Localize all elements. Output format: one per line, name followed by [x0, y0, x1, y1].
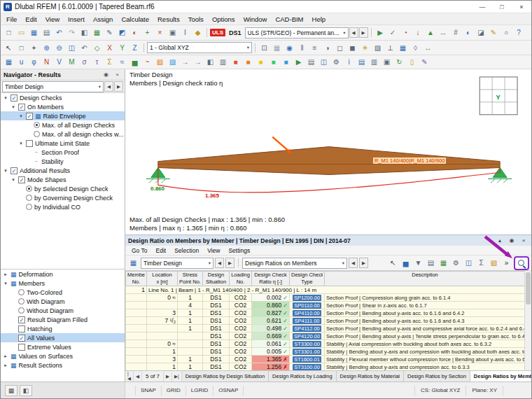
next-view-button[interactable]: ▶	[359, 258, 368, 268]
design-check-type-link[interactable]: SP4111.00	[293, 318, 321, 324]
export-image-icon[interactable]: ▥	[368, 57, 380, 68]
design-check-type-link[interactable]: SP0110.00	[293, 302, 321, 309]
tree-item-result-sections[interactable]: ▸▦Result Sections	[1, 360, 125, 370]
model-canvas[interactable]: Y	[125, 69, 531, 234]
redo-icon[interactable]: ↷	[66, 27, 78, 38]
trajectories-icon[interactable]: →	[192, 57, 204, 68]
work-plane-icon[interactable]: ◊	[410, 42, 421, 53]
refresh-results-icon[interactable]: ↻	[393, 57, 405, 68]
tree-item-design-checks[interactable]: ▾✓Design Checks	[1, 93, 125, 102]
stress-sigma-icon[interactable]: σ	[78, 57, 90, 68]
data-navigator-icon[interactable]: ◧	[78, 27, 90, 38]
column-header-loading-no[interactable]: LoadingNo.	[230, 272, 252, 286]
table-tab-design-ratios-by-member[interactable]: Design Ratios by Member	[470, 371, 531, 382]
checkbox[interactable]: ✓	[26, 113, 33, 120]
search-icon[interactable]: ○	[500, 27, 512, 38]
radio-button[interactable]	[18, 289, 24, 295]
expander-icon[interactable]: ▾	[18, 113, 24, 119]
radio-button[interactable]	[26, 204, 32, 210]
tree-item-without-diagram[interactable]: Without Diagram	[1, 306, 125, 315]
result-row[interactable]: 1DS1CO20.005✓ST3301.00Stability | Bendin…	[126, 348, 526, 356]
tree-item-max-of-all-design-checks-w[interactable]: Max. of all design checks w...	[1, 130, 125, 139]
result-row[interactable]: 1DS1CO20.498✓SP4112.00Section Proof | Be…	[126, 325, 526, 332]
radio-button[interactable]	[26, 195, 32, 201]
filter-icon[interactable]: ▼	[412, 258, 424, 269]
tree-item-on-members[interactable]: ▾✓On Members	[1, 102, 125, 111]
expander-icon[interactable]: ▾	[18, 141, 24, 146]
edit-icon[interactable]: ✎	[104, 27, 115, 38]
checkbox[interactable]: ✓	[10, 167, 18, 174]
last-page-button[interactable]: ▶|	[172, 371, 182, 382]
result-row[interactable]: 11DS1CO21.256✗ST3100.00Stability | Bendi…	[126, 363, 526, 371]
expander-icon[interactable]: ▾	[10, 177, 16, 183]
vectors-icon[interactable]: →	[179, 57, 191, 68]
checkbox[interactable]: ✓	[18, 335, 25, 342]
menu-options[interactable]: Options	[208, 15, 239, 24]
overflow-chevron-icon[interactable]: »	[500, 258, 512, 269]
tree-item-ultimate-limit-state[interactable]: ▾Ultimate Limit State	[1, 139, 125, 148]
design-check-type-link[interactable]: ST3300.00	[293, 341, 321, 347]
zoom-out-icon[interactable]: ⊖	[53, 42, 65, 53]
generate-model-icon[interactable]: +	[141, 27, 153, 38]
lgrid-toggle[interactable]: LGRID	[186, 386, 214, 396]
expander-icon[interactable]: ▾	[3, 168, 8, 174]
radio-button[interactable]	[18, 298, 24, 304]
table-scrollbar[interactable]	[524, 271, 531, 370]
axial-force-n-icon[interactable]: N	[41, 57, 52, 68]
measure-icon[interactable]: ↔	[422, 42, 434, 53]
radio-button[interactable]	[18, 307, 24, 314]
panel-toggle-1-button[interactable]: ▦	[5, 385, 18, 396]
result-row[interactable]: 0 ≈DS1CO20.061✓ST3300.00Stability | Axia…	[126, 340, 526, 348]
design-check-type-link[interactable]: SP4120.00	[293, 333, 321, 340]
chevron-down-icon[interactable]: ▾	[342, 260, 344, 266]
module-combo[interactable]: Timber Design ▾	[2, 81, 104, 92]
color-scale-4-icon[interactable]: ■	[267, 57, 279, 68]
layers-icon[interactable]: ≡	[309, 42, 321, 53]
previous-view-button[interactable]: ◀	[349, 258, 358, 268]
table-menu-edit[interactable]: Edit	[152, 247, 171, 254]
color-scale-3-icon[interactable]: ■	[255, 57, 267, 68]
display-settings-icon[interactable]: ◐	[129, 27, 141, 38]
tree-item-additional-results[interactable]: ▾✓Additional Results	[1, 166, 125, 175]
column-manager-icon[interactable]: ◫	[463, 258, 475, 269]
column-header-stress-point-no[interactable]: StressPoint No.	[178, 272, 203, 286]
menu-file[interactable]: File	[2, 15, 21, 24]
result-values-icon[interactable]: ≈	[116, 57, 128, 68]
tree-item-members[interactable]: ▾▦Members	[1, 279, 125, 288]
diagram-lines-icon[interactable]: ~	[141, 57, 153, 68]
design-check-type-link[interactable]: SP1200.00	[293, 295, 321, 301]
tree-item-with-diagram[interactable]: With Diagram	[1, 297, 125, 306]
color-scale-5-icon[interactable]: ■	[280, 57, 292, 68]
table-view-combo[interactable]: Design Ratios on Members ▾	[242, 258, 347, 269]
tree-item-stability[interactable]: −Stability	[1, 157, 125, 166]
dimensions-icon[interactable]: ↔	[438, 27, 449, 38]
column-header-location-x-m[interactable]: Locationx [m]	[147, 272, 178, 286]
expander-icon[interactable]: ▸	[3, 363, 8, 368]
numbering-icon[interactable]: #	[450, 27, 462, 38]
design-check-type-link[interactable]: ST3100.00	[293, 364, 321, 370]
previous-table-button[interactable]: ◀	[215, 258, 224, 268]
menu-cad-bim[interactable]: CAD-BIM	[271, 15, 307, 24]
menu-insert[interactable]: Insert	[64, 15, 89, 24]
prev-page-button[interactable]: ◀	[134, 371, 142, 382]
checkbox[interactable]: ✓	[18, 316, 25, 323]
result-row[interactable]: 31DS1CO21.365✗ST1600.01Stability | Flexu…	[126, 356, 526, 363]
shear-force-v-icon[interactable]: V	[53, 57, 65, 68]
tables-icon[interactable]: ▦	[91, 27, 103, 38]
isometric-view-icon[interactable]: ◇	[91, 42, 103, 53]
table-menu-go-to[interactable]: Go To	[127, 247, 152, 254]
next-page-button[interactable]: ▶	[164, 371, 172, 382]
lock-results-icon[interactable]: ▯	[406, 57, 418, 68]
column-header-description[interactable]: Description	[325, 272, 526, 286]
view-manager-icon[interactable]: ▦	[397, 42, 409, 53]
envelope-max-icon[interactable]: Σ	[104, 57, 115, 68]
previous-view-icon[interactable]: ↶	[78, 42, 90, 53]
table-tab-design-ratios-by-design-situation[interactable]: Design Ratios by Design Situation	[182, 371, 269, 382]
show-loads-icon[interactable]: ↓	[412, 27, 424, 38]
undo-icon[interactable]: ↶	[53, 27, 65, 38]
menu-assign[interactable]: Assign	[89, 15, 118, 24]
column-header-design-check-type[interactable]: Design CheckType	[290, 272, 325, 286]
load-combination-combo[interactable]: ULS (STR/GEO) - Permanent an... ▾	[245, 27, 349, 38]
settings-results-icon[interactable]: ⚙	[330, 57, 342, 68]
save-image-icon[interactable]: ◫	[318, 57, 330, 68]
